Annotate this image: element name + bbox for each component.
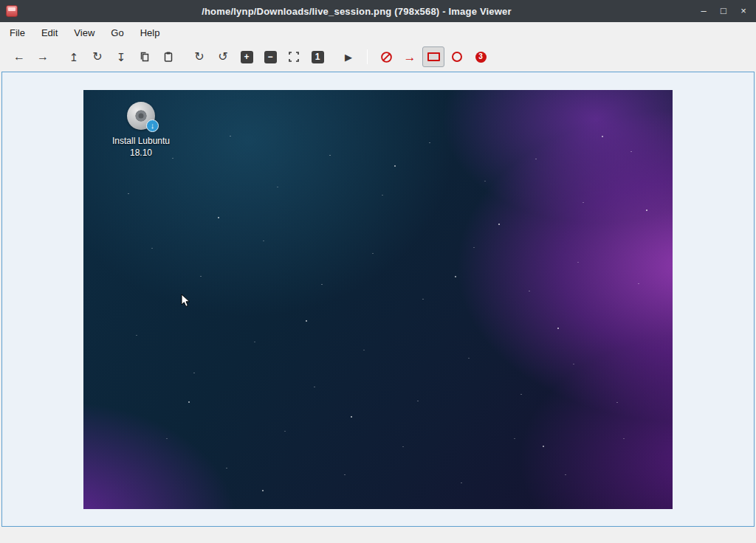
- upload-icon: ↥: [69, 52, 79, 63]
- annotation-rectangle-button[interactable]: [422, 46, 444, 67]
- titlebar[interactable]: /home/lynp/Downloads/live_session.png (7…: [0, 0, 756, 22]
- original-size-button[interactable]: 1: [306, 46, 329, 67]
- window-title: /home/lynp/Downloads/live_session.png (7…: [24, 6, 690, 17]
- fit-window-icon: [288, 51, 300, 63]
- toolbar: ← → ↥ ↻ ↧ ↻: [0, 43, 756, 71]
- cd-hole: [136, 110, 147, 121]
- app-icon: [6, 5, 18, 17]
- displayed-image: ↓ Install Lubuntu 18.10: [83, 90, 673, 509]
- next-icon: →: [37, 51, 49, 63]
- annotation-arrow-button[interactable]: →: [399, 46, 421, 67]
- next-button[interactable]: →: [32, 46, 54, 67]
- minimize-button[interactable]: –: [697, 0, 710, 22]
- zoom-out-icon: −: [264, 51, 277, 63]
- window-controls: – □ ×: [697, 0, 750, 22]
- starfield-layer-bright: [83, 90, 85, 91]
- download-badge-icon: ↓: [146, 120, 159, 132]
- menu-go[interactable]: Go: [103, 24, 131, 41]
- zoom-out-button[interactable]: −: [259, 46, 281, 67]
- desktop-icon-label: Install Lubuntu 18.10: [103, 135, 179, 160]
- toolbar-separator: [367, 49, 368, 64]
- menu-view[interactable]: View: [66, 24, 103, 41]
- menu-edit[interactable]: Edit: [33, 24, 66, 41]
- desktop-icon-label-line2: 18.10: [103, 147, 179, 159]
- save-icon: ↧: [117, 52, 126, 63]
- menu-help[interactable]: Help: [132, 24, 168, 41]
- previous-icon: ←: [13, 51, 25, 63]
- annotation-number-button[interactable]: 3: [470, 46, 492, 67]
- cd-disc-icon: ↓: [127, 102, 155, 130]
- toolbar-gap: [329, 57, 337, 58]
- image-viewport[interactable]: ↓ Install Lubuntu 18.10: [1, 72, 755, 527]
- mouse-cursor-icon: [181, 294, 190, 308]
- reload-button[interactable]: ↻: [86, 46, 109, 67]
- rotate-counterclockwise-button[interactable]: ↺: [212, 46, 234, 67]
- menubar: File Edit View Go Help: [0, 22, 756, 43]
- arrow-tool-icon: →: [404, 51, 416, 63]
- play-icon: ▶: [345, 52, 352, 62]
- rotate-clockwise-icon: ↻: [194, 51, 204, 63]
- toolbar-gap: [180, 57, 188, 58]
- rotate-clockwise-button[interactable]: ↻: [188, 46, 210, 67]
- no-annotation-icon: [380, 51, 393, 63]
- down-arrow-glyph: ↓: [151, 122, 155, 130]
- image-viewer-window: /home/lynp/Downloads/live_session.png (7…: [0, 0, 756, 543]
- save-button[interactable]: ↧: [110, 46, 132, 67]
- rectangle-tool-icon: [427, 52, 440, 61]
- slideshow-play-button[interactable]: ▶: [337, 46, 360, 67]
- fit-window-button[interactable]: [283, 46, 305, 67]
- paste-icon: [162, 51, 174, 63]
- copy-button[interactable]: [134, 46, 156, 67]
- menu-file[interactable]: File: [1, 24, 33, 41]
- install-lubuntu-shortcut: ↓ Install Lubuntu 18.10: [103, 102, 179, 160]
- toolbar-gap: [55, 57, 62, 58]
- zoom-in-button[interactable]: +: [236, 46, 258, 67]
- reload-icon: ↻: [92, 51, 102, 63]
- copy-icon: [139, 51, 151, 63]
- circle-tool-icon: [452, 52, 462, 62]
- previous-button[interactable]: ←: [8, 46, 30, 67]
- original-size-icon: 1: [312, 51, 324, 63]
- zoom-in-icon: +: [241, 51, 253, 63]
- number-tool-icon: 3: [475, 52, 487, 63]
- paste-button[interactable]: [157, 46, 179, 67]
- annotation-circle-button[interactable]: [446, 46, 468, 67]
- rotate-counterclockwise-icon: ↺: [218, 51, 227, 63]
- close-button[interactable]: ×: [737, 0, 750, 22]
- upload-button[interactable]: ↥: [63, 46, 85, 67]
- maximize-button[interactable]: □: [717, 0, 730, 22]
- annotation-none-button[interactable]: [375, 46, 397, 67]
- desktop-icon-label-line1: Install Lubuntu: [103, 135, 179, 148]
